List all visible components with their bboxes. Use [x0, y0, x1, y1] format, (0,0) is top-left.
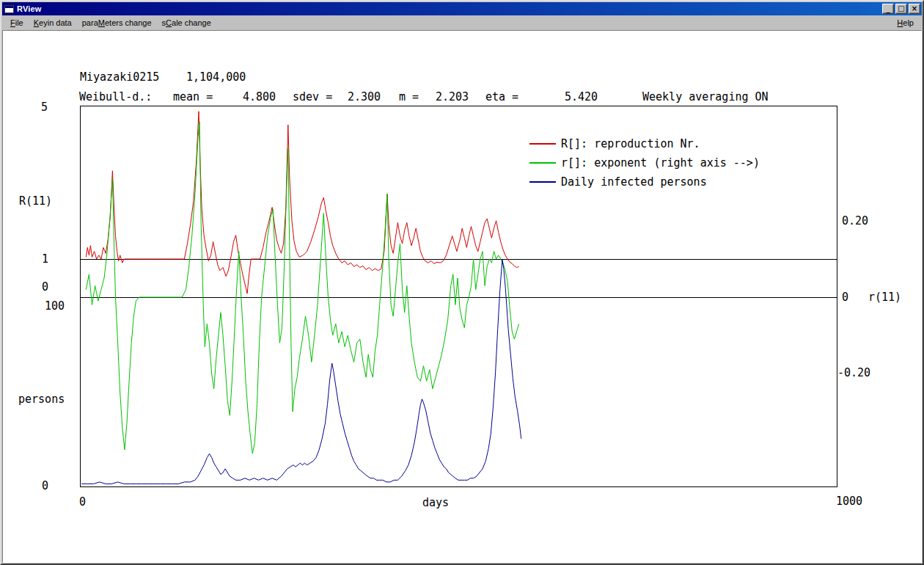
- legend: R[]: reproduction Nr.r[]: exponent (righ…: [529, 134, 760, 192]
- weibull-mean-value: 4.800: [243, 90, 276, 103]
- y-tick-R-0: 0: [42, 280, 48, 294]
- legend-item-infected: Daily infected persons: [529, 172, 760, 192]
- menu-parameters-change[interactable]: paraMeters change: [77, 16, 157, 29]
- legend-label: Daily infected persons: [561, 175, 707, 189]
- plot-svg: [3, 31, 921, 562]
- menu-scale-change[interactable]: sCale change: [157, 16, 216, 29]
- left-axis-name-R: R(11): [19, 194, 52, 208]
- weibull-m-label: m =: [399, 90, 419, 103]
- weibull-label: Weibull-d.:: [79, 90, 152, 103]
- y-tick-r-neg020: -0.20: [837, 366, 870, 379]
- y-tick-persons-100: 100: [45, 299, 65, 313]
- legend-line-swatch: [529, 181, 556, 183]
- weibull-eta-value: 5.420: [565, 90, 598, 103]
- series-r: [86, 122, 518, 453]
- legend-line-swatch: [529, 143, 556, 145]
- window-title: RView: [17, 4, 42, 13]
- app-window: RView _□× FileKeyin dataparaMeters chang…: [0, 0, 924, 565]
- weibull-m-value: 2.203: [436, 90, 469, 103]
- maximize-button[interactable]: □: [895, 4, 907, 14]
- weibull-sdev-label: sdev =: [293, 90, 332, 103]
- x-axis-name-days: days: [422, 496, 449, 509]
- y-tick-R-1: 1: [42, 252, 48, 266]
- weibull-sdev-value: 2.300: [348, 90, 381, 103]
- legend-item-r: r[]: exponent (right axis -->): [529, 153, 760, 172]
- series-R: [86, 112, 518, 294]
- chart-title-population: 1,104,000: [186, 70, 246, 84]
- weibull-mean-label: mean =: [173, 90, 213, 103]
- weekly-averaging-status: Weekly averaging ON: [642, 90, 769, 103]
- y-tick-persons-0: 0: [42, 479, 48, 492]
- weibull-eta-label: eta =: [485, 90, 518, 103]
- x-tick-0: 0: [79, 495, 86, 508]
- menubar: FileKeyin dataparaMeters changesCale cha…: [2, 15, 922, 30]
- legend-label: r[]: exponent (right axis -->): [561, 156, 760, 170]
- app-icon: [4, 5, 14, 13]
- legend-label: R[]: reproduction Nr.: [561, 137, 700, 150]
- right-axis-name-r: r(11): [868, 291, 901, 304]
- chart-title-region: Miyazaki0215: [80, 70, 159, 84]
- window-controls: _□×: [881, 4, 920, 14]
- y-tick-r-0: 0: [842, 291, 848, 304]
- legend-item-R: R[]: reproduction Nr.: [529, 134, 760, 153]
- legend-line-swatch: [529, 162, 556, 164]
- y-tick-r-020: 0.20: [842, 214, 868, 227]
- menu-help[interactable]: Help: [892, 16, 919, 29]
- menu-file[interactable]: File: [5, 16, 29, 29]
- left-axis-name-persons: persons: [18, 393, 65, 406]
- close-button[interactable]: ×: [909, 4, 920, 14]
- minimize-button[interactable]: _: [882, 4, 894, 14]
- chart-area: Miyazaki0215 1,104,000 Weibull-d.: mean …: [2, 30, 922, 563]
- x-tick-1000: 1000: [836, 495, 862, 508]
- series-infected: [81, 260, 521, 484]
- y-tick-R-5: 5: [41, 101, 48, 114]
- menu-keyin-data[interactable]: Keyin data: [29, 16, 77, 29]
- titlebar[interactable]: RView _□×: [2, 2, 922, 15]
